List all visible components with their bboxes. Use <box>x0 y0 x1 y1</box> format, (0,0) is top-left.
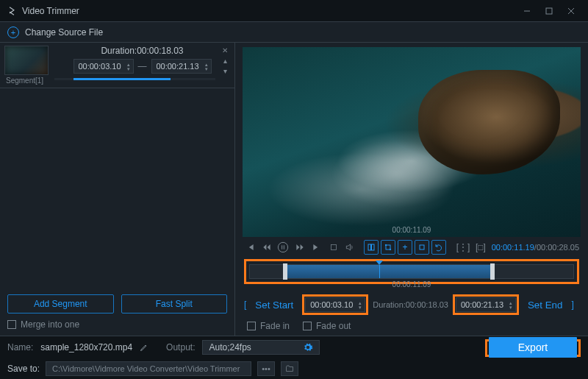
start-time-highlight: ▴▾ <box>302 294 368 315</box>
segment-start-input[interactable]: ▴▾ <box>74 59 134 74</box>
main-area: Segment[1] ✕ ▴ ▾ Duration:00:00:18.03 <box>0 43 588 336</box>
svg-point-12 <box>390 249 391 250</box>
bracket-left-icon: [ <box>244 300 246 310</box>
file-name: sample_1280x720.mp4 <box>40 342 132 353</box>
bracket-out-icon[interactable]: [□] <box>475 241 487 254</box>
titlebar: Video Trimmer <box>0 0 588 22</box>
segment-list: Segment[1] ✕ ▴ ▾ Duration:00:00:18.03 <box>0 43 234 290</box>
skip-back-icon[interactable] <box>244 241 256 254</box>
segment-progress <box>54 78 215 80</box>
stop-icon[interactable] <box>328 241 340 254</box>
save-path-field[interactable]: C:\Vidmore\Vidmore Video Converter\Video… <box>46 361 251 376</box>
chevron-down-icon[interactable]: ▾ <box>126 66 132 71</box>
checkbox-icon <box>247 322 256 330</box>
chevron-down-icon[interactable]: ▾ <box>357 305 363 309</box>
minimize-button[interactable] <box>516 4 538 18</box>
svg-rect-1 <box>546 8 552 14</box>
play-pause-icon[interactable] <box>277 241 289 254</box>
segment-end-input[interactable]: ▴▾ <box>151 59 212 74</box>
left-actions: Add Segment Fast Split Merge into one <box>0 290 234 336</box>
add-split-icon[interactable]: + <box>398 240 412 255</box>
bottom-bar: Name: sample_1280x720.mp4 Output: Auto;2… <box>0 336 588 379</box>
timeline-handle-end[interactable] <box>490 263 495 280</box>
svg-rect-13 <box>420 245 424 249</box>
svg-rect-10 <box>386 245 390 249</box>
export-button[interactable]: Export <box>489 337 577 358</box>
end-time-highlight: ▴▾ <box>453 294 519 315</box>
right-panel: 00:00:11.09 + [⋮] <box>235 43 588 336</box>
segment-remove-icon[interactable]: ✕ <box>220 46 230 54</box>
range-dash: — <box>138 61 147 71</box>
svg-point-11 <box>385 244 387 246</box>
output-select[interactable]: Auto;24fps <box>202 340 319 355</box>
fade-in-checkbox[interactable]: Fade in <box>247 321 290 331</box>
bracket-right-icon: ] <box>571 300 573 310</box>
more-menu-icon[interactable]: ••• <box>257 361 275 376</box>
chevron-down-icon[interactable]: ▾ <box>508 305 514 309</box>
set-start-button[interactable]: Set Start <box>251 297 298 313</box>
change-source-row[interactable]: + Change Source File <box>0 22 588 43</box>
segment-down-icon[interactable]: ▾ <box>220 66 230 75</box>
maximize-button[interactable] <box>538 4 560 18</box>
copy-segment-icon[interactable] <box>364 240 379 255</box>
app-window: Video Trimmer + Change Source File Segme… <box>0 0 588 379</box>
svg-rect-8 <box>368 244 371 250</box>
svg-rect-9 <box>372 244 375 250</box>
merge-into-one-checkbox[interactable]: Merge into one <box>7 319 227 330</box>
chevron-down-icon[interactable]: ▾ <box>204 66 209 71</box>
duration-label: Duration:00:00:18.03 <box>373 300 448 309</box>
output-label: Output: <box>166 342 195 353</box>
frame-back-icon[interactable] <box>261 241 273 254</box>
plus-circle-icon: + <box>7 26 19 38</box>
segment-up-icon[interactable]: ▴ <box>220 56 230 65</box>
edit-name-icon[interactable] <box>140 343 148 352</box>
skip-forward-icon[interactable] <box>311 241 323 254</box>
timeline-highlight: 00:00:11.09 <box>244 259 579 284</box>
timeline[interactable]: 00:00:11.09 <box>249 264 574 279</box>
save-to-label: Save to: <box>7 364 40 374</box>
segment-item[interactable]: Segment[1] ✕ ▴ ▾ Duration:00:00:18.03 <box>0 43 234 88</box>
remove-split-icon[interactable] <box>415 240 429 255</box>
bracket-in-icon[interactable]: [⋮] <box>456 241 470 254</box>
gear-icon[interactable] <box>303 342 313 353</box>
name-label: Name: <box>7 342 33 353</box>
start-time-input[interactable]: ▴▾ <box>305 297 365 312</box>
crop-icon[interactable] <box>381 240 395 255</box>
timeline-handle-start[interactable] <box>283 263 287 280</box>
fast-split-button[interactable]: Fast Split <box>121 294 228 314</box>
window-title: Video Trimmer <box>22 6 79 16</box>
segment-thumbnail <box>4 46 49 75</box>
svg-point-4 <box>279 242 288 252</box>
export-highlight: Export <box>485 339 581 357</box>
change-source-label: Change Source File <box>25 27 103 38</box>
end-time-input[interactable]: ▴▾ <box>456 297 516 312</box>
transport-controls: + [⋮] [□] 00:00:11.19/00:00:28.05 <box>235 237 588 258</box>
set-end-button[interactable]: Set End <box>523 297 567 313</box>
fade-out-checkbox[interactable]: Fade out <box>303 321 351 331</box>
frame-forward-icon[interactable] <box>294 241 306 254</box>
checkbox-icon <box>7 320 16 329</box>
volume-icon[interactable] <box>344 241 356 254</box>
preview-time-overlay: 00:00:11.09 <box>392 226 431 234</box>
add-segment-button[interactable]: Add Segment <box>7 294 114 314</box>
inout-row: [ Set Start ▴▾ Duration:00:00:18.03 ▴▾ S… <box>235 286 588 319</box>
undo-icon[interactable] <box>431 240 446 255</box>
left-panel: Segment[1] ✕ ▴ ▾ Duration:00:00:18.03 <box>0 43 235 336</box>
close-button[interactable] <box>560 4 582 18</box>
segment-label: Segment[1] <box>6 77 49 85</box>
svg-rect-7 <box>331 245 336 250</box>
fades-row: Fade in Fade out <box>235 319 588 336</box>
segment-duration: Duration:00:00:18.03 <box>54 46 230 56</box>
checkbox-icon <box>303 322 312 330</box>
app-logo-icon <box>6 5 18 17</box>
video-preview[interactable]: 00:00:11.09 <box>243 47 581 237</box>
merge-label: Merge into one <box>21 319 79 330</box>
timeline-under-label: 00:00:11.09 <box>392 280 431 288</box>
open-folder-icon[interactable] <box>281 361 298 376</box>
time-counter: 00:00:11.19/00:00:28.05 <box>492 243 579 252</box>
